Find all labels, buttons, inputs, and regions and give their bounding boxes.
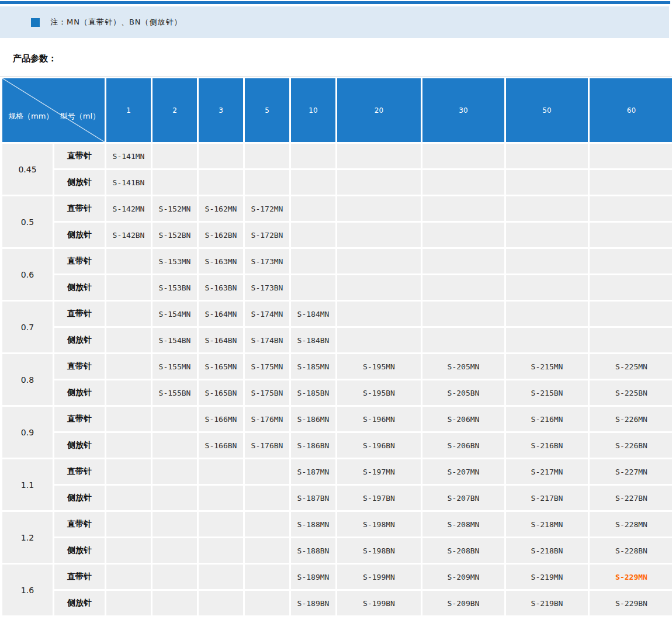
model-cell <box>199 591 243 615</box>
model-cell: S-166MN <box>199 407 243 431</box>
model-cell: S-198BN <box>337 538 421 563</box>
model-cell <box>590 302 672 326</box>
volume-header: 2 <box>153 78 197 142</box>
model-cell: S-208MN <box>422 512 504 536</box>
model-cell: S-165BN <box>199 380 243 405</box>
model-cell: S-184MN <box>291 302 335 326</box>
model-cell <box>337 328 421 352</box>
volume-header: 3 <box>199 78 243 142</box>
model-cell <box>153 512 197 536</box>
corner-col-axis-label: 型号（ml） <box>60 111 100 122</box>
table-corner-cell: 规格（mm） 型号（ml） <box>2 78 105 142</box>
needle-type-cell: 直带针 <box>54 249 105 274</box>
model-cell <box>153 170 197 195</box>
model-cell <box>153 459 197 484</box>
needle-type-cell: 直带针 <box>54 512 105 536</box>
table-row: 0.6直带针S-153MNS-163MNS-173MN <box>2 249 672 274</box>
model-cell: S-185MN <box>291 354 335 379</box>
table-row: 0.8直带针S-155MNS-165MNS-175MNS-185MNS-195M… <box>2 354 672 379</box>
table-row: 侧放针S-166BNS-176BNS-186BNS-196BNS-206BNS-… <box>2 433 672 458</box>
top-accent-line <box>0 1 670 4</box>
spec-cell: 0.7 <box>2 302 53 352</box>
model-cell: S-142MN <box>106 196 151 221</box>
model-cell <box>590 144 672 168</box>
model-cell <box>422 249 504 274</box>
spec-cell: 0.6 <box>2 249 53 300</box>
model-cell: S-188MN <box>291 512 335 536</box>
model-cell: S-197BN <box>337 486 421 510</box>
model-cell <box>291 144 335 168</box>
model-cell: S-198MN <box>337 512 421 536</box>
needle-type-cell: 直带针 <box>54 459 105 484</box>
model-cell: S-197MN <box>337 459 421 484</box>
model-cell: S-217BN <box>506 486 588 510</box>
model-cell: S-175MN <box>245 354 289 379</box>
needle-type-cell: 侧放针 <box>54 433 105 458</box>
note-banner: 注：MN（直带针）、BN（侧放针） <box>0 6 669 38</box>
model-cell <box>422 196 504 221</box>
header-row: 规格（mm） 型号（ml） 1 2 3 5 10 20 30 50 60 <box>2 78 672 142</box>
model-cell <box>422 144 504 168</box>
model-cell: S-215MN <box>506 354 588 379</box>
model-cell: S-216BN <box>506 433 588 458</box>
model-cell: S-174MN <box>245 302 289 326</box>
model-cell <box>199 565 243 589</box>
model-cell: S-184BN <box>291 328 335 352</box>
model-cell <box>337 144 421 168</box>
needle-type-cell: 侧放针 <box>54 486 105 510</box>
model-cell: S-172MN <box>245 196 289 221</box>
model-cell <box>506 144 588 168</box>
spec-cell: 0.45 <box>2 144 53 195</box>
spec-cell: 1.6 <box>2 565 53 615</box>
model-cell <box>422 170 504 195</box>
model-cell: S-154BN <box>153 328 197 352</box>
model-cell: S-208BN <box>422 538 504 563</box>
model-cell: S-205MN <box>422 354 504 379</box>
model-cell: S-229BN <box>590 591 672 615</box>
table-row: 侧放针S-141BN <box>2 170 672 195</box>
model-cell <box>337 170 421 195</box>
table-row: 0.45直带针S-141MN <box>2 144 672 168</box>
model-cell: S-153BN <box>153 275 197 300</box>
model-cell: S-173BN <box>245 275 289 300</box>
needle-type-cell: 侧放针 <box>54 380 105 405</box>
model-cell: S-206BN <box>422 433 504 458</box>
table-row: 侧放针S-142BNS-152BNS-162BNS-172BN <box>2 223 672 247</box>
model-cell <box>291 170 335 195</box>
model-cell: S-155BN <box>153 380 197 405</box>
model-cell: S-188BN <box>291 538 335 563</box>
table-row: 0.5直带针S-142MNS-152MNS-162MNS-172MN <box>2 196 672 221</box>
model-cell: S-207BN <box>422 486 504 510</box>
model-cell: S-162BN <box>199 223 243 247</box>
model-cell <box>106 565 151 589</box>
volume-header: 60 <box>590 78 672 142</box>
model-cell: S-176BN <box>245 433 289 458</box>
model-cell: S-216MN <box>506 407 588 431</box>
needle-type-cell: 直带针 <box>54 196 105 221</box>
model-cell: S-205BN <box>422 380 504 405</box>
model-cell <box>506 302 588 326</box>
model-cell <box>291 196 335 221</box>
model-cell: S-207MN <box>422 459 504 484</box>
needle-type-cell: 侧放针 <box>54 275 105 300</box>
model-cell: S-206MN <box>422 407 504 431</box>
needle-type-cell: 侧放针 <box>54 170 105 195</box>
model-cell: S-152MN <box>153 196 197 221</box>
model-cell: S-225BN <box>590 380 672 405</box>
model-cell: S-228BN <box>590 538 672 563</box>
model-cell <box>337 196 421 221</box>
volume-header: 30 <box>422 78 504 142</box>
model-cell <box>106 380 151 405</box>
model-cell: S-219BN <box>506 591 588 615</box>
model-cell <box>590 328 672 352</box>
model-cell <box>199 538 243 563</box>
model-cell <box>199 170 243 195</box>
table-row: 侧放针S-187BNS-197BNS-207BNS-217BNS-227BN <box>2 486 672 510</box>
model-cell <box>245 170 289 195</box>
model-cell: S-195MN <box>337 354 421 379</box>
model-cell <box>245 459 289 484</box>
model-cell: S-141MN <box>106 144 151 168</box>
model-cell: S-141BN <box>106 170 151 195</box>
volume-header: 10 <box>291 78 335 142</box>
model-cell <box>245 591 289 615</box>
